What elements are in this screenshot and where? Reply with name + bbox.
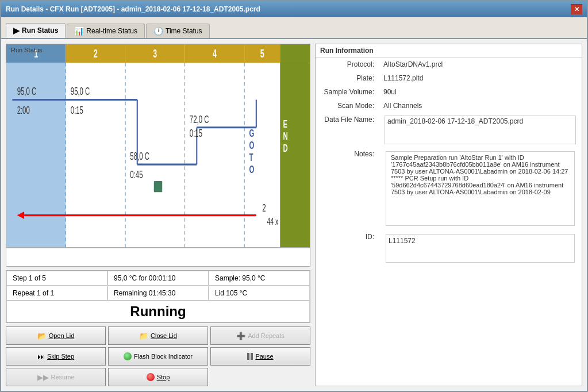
notes-label: Notes: xyxy=(316,147,379,230)
main-window: Run Details - CFX Run [ADT2005] - admin_… xyxy=(0,0,588,392)
realtime-status-icon: 📊 xyxy=(74,26,84,36)
open-lid-label: Open Lid xyxy=(49,332,75,339)
pause-label: Pause xyxy=(255,353,273,360)
notes-value: Sample Preparation run 'AltoStar Run 1' … xyxy=(386,151,575,226)
svg-text:N: N xyxy=(283,130,287,141)
svg-text:O: O xyxy=(249,140,254,151)
step-cell: Step 1 of 5 xyxy=(6,271,107,286)
pause-button[interactable]: Pause xyxy=(210,347,310,366)
id-row: ID: L111572 xyxy=(316,230,582,267)
status-grid: Step 1 of 5 95,0 °C for 00:01:10 Sample:… xyxy=(6,270,310,323)
scan-mode-row: Scan Mode: All Channels xyxy=(316,99,582,113)
buttons-row-2: ⏭ Skip Step Flash Block Indicator Pause xyxy=(6,347,310,366)
skip-step-label: Skip Step xyxy=(47,353,74,360)
plate-row: Plate: L111572.pltd xyxy=(316,71,582,85)
sample-volume-value: 90ul xyxy=(379,85,582,99)
svg-rect-16 xyxy=(280,63,310,248)
plate-value: L111572.pltd xyxy=(379,71,582,85)
close-lid-icon: 📁 xyxy=(139,332,148,340)
stop-icon xyxy=(147,373,155,381)
add-repeats-label: Add Repeats xyxy=(248,332,285,339)
svg-text:O: O xyxy=(249,164,254,175)
svg-text:4: 4 xyxy=(213,47,217,59)
resume-label: Resume xyxy=(51,374,75,381)
flash-block-icon xyxy=(124,352,132,360)
svg-rect-47 xyxy=(154,181,162,192)
svg-text:2: 2 xyxy=(94,47,98,59)
buttons-row-3: ▶▶ Resume Stop xyxy=(6,368,310,386)
close-lid-label: Close Lid xyxy=(151,332,177,339)
svg-text:0:15: 0:15 xyxy=(190,128,202,139)
resume-icon: ▶▶ xyxy=(37,373,49,382)
add-repeats-icon: ➕ xyxy=(236,332,245,340)
id-scroll: L111572 xyxy=(379,230,582,267)
stop-label: Stop xyxy=(157,374,170,381)
lid-cell: Lid 105 °C xyxy=(209,286,310,301)
svg-text:x: x xyxy=(275,216,278,226)
add-repeats-button[interactable]: ➕ Add Repeats xyxy=(210,326,310,345)
tab-time-status[interactable]: 🕐 Time Status xyxy=(146,24,210,38)
right-panel: Run Information Protocol: AltoStarDNAv1.… xyxy=(315,44,582,386)
id-value: L111572 xyxy=(386,234,575,263)
skip-step-icon: ⏭ xyxy=(37,352,45,361)
window-title: Run Details - CFX Run [ADT2005] - admin_… xyxy=(6,5,260,13)
svg-text:0:45: 0:45 xyxy=(130,170,143,180)
run-info-box: Run Information Protocol: AltoStarDNAv1.… xyxy=(315,44,582,386)
sample-volume-label: Sample Volume: xyxy=(316,85,379,99)
svg-rect-5 xyxy=(280,44,310,63)
svg-text:44: 44 xyxy=(267,216,274,226)
open-lid-button[interactable]: 📂 Open Lid xyxy=(6,326,106,345)
svg-text:G: G xyxy=(249,128,254,139)
title-bar: Run Details - CFX Run [ADT2005] - admin_… xyxy=(1,1,587,17)
tab-time-status-label: Time Status xyxy=(166,27,202,35)
pause-icon xyxy=(247,353,253,360)
protocol-row: Protocol: AltoStarDNAv1.prcl xyxy=(316,57,582,71)
tab-run-status[interactable]: ▶ Run Status xyxy=(6,23,66,38)
svg-text:95,0  C: 95,0 C xyxy=(17,86,37,97)
temp-cell: 95,0 °C for 00:01:10 xyxy=(107,271,209,286)
time-status-icon: 🕐 xyxy=(153,26,163,36)
stop-button[interactable]: Stop xyxy=(108,368,208,386)
tab-bar: ▶ Run Status 📊 Real-time Status 🕐 Time S… xyxy=(1,17,587,39)
sample-volume-row: Sample Volume: 90ul xyxy=(316,85,582,99)
plate-label: Plate: xyxy=(316,71,379,85)
svg-text:72,0  C: 72,0 C xyxy=(190,114,209,125)
svg-text:3: 3 xyxy=(153,47,157,59)
running-label: Running xyxy=(6,301,310,322)
close-button[interactable]: ✕ xyxy=(571,4,582,14)
run-status-section-label: Run Status xyxy=(9,45,44,55)
run-status-icon: ▶ xyxy=(13,26,20,35)
svg-text:E: E xyxy=(283,118,287,129)
open-lid-icon: 📂 xyxy=(37,332,47,340)
svg-text:95,0  C: 95,0 C xyxy=(71,86,90,97)
close-lid-button[interactable]: 📁 Close Lid xyxy=(108,326,208,345)
protocol-label: Protocol: xyxy=(316,57,379,71)
resume-button[interactable]: ▶▶ Resume xyxy=(6,368,106,386)
run-info-table: Protocol: AltoStarDNAv1.prcl Plate: L111… xyxy=(316,57,582,267)
remaining-cell: Remaining 01:45:30 xyxy=(107,286,209,301)
all-buttons: 📂 Open Lid 📁 Close Lid ➕ Add Repeats ⏭ xyxy=(6,326,310,386)
svg-text:0:15: 0:15 xyxy=(71,105,83,116)
flash-block-label: Flash Block Indicator xyxy=(134,353,193,360)
run-status-chart-box: Run Status 1 2 xyxy=(6,44,310,267)
svg-rect-14 xyxy=(185,63,245,248)
svg-text:2: 2 xyxy=(262,203,266,214)
scan-mode-label: Scan Mode: xyxy=(316,99,379,113)
svg-text:2:00: 2:00 xyxy=(17,105,30,116)
data-file-row: Data File Name: admin_2018-02-06 17-12-1… xyxy=(316,113,582,147)
id-label: ID: xyxy=(316,230,379,267)
flash-block-button[interactable]: Flash Block Indicator xyxy=(108,347,208,366)
left-panel: Run Status 1 2 xyxy=(6,44,310,386)
data-file-label: Data File Name: xyxy=(316,113,379,147)
protocol-value: AltoStarDNAv1.prcl xyxy=(379,57,582,71)
main-content: Run Status 1 2 xyxy=(1,39,587,391)
svg-text:D: D xyxy=(283,143,287,153)
sample-cell: Sample: 95,0 °C xyxy=(209,271,310,286)
svg-text:T: T xyxy=(249,152,253,163)
notes-row: Notes: Sample Preparation run 'AltoStar … xyxy=(316,147,582,230)
svg-text:5: 5 xyxy=(260,47,264,59)
skip-step-button[interactable]: ⏭ Skip Step xyxy=(6,347,106,366)
tab-realtime-status[interactable]: 📊 Real-time Status xyxy=(67,24,145,38)
buttons-row-1: 📂 Open Lid 📁 Close Lid ➕ Add Repeats xyxy=(6,326,310,345)
scan-mode-value: All Channels xyxy=(379,99,582,113)
